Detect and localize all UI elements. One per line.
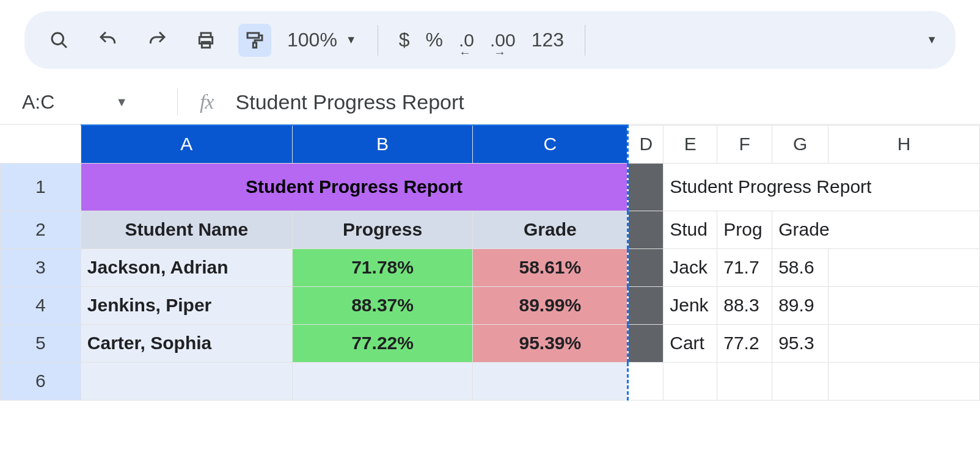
formula-input[interactable]: Student Progress Report: [236, 90, 958, 114]
search-icon[interactable]: [43, 24, 76, 57]
cell[interactable]: [772, 362, 828, 400]
cell[interactable]: [81, 362, 292, 400]
col-header-D[interactable]: D: [628, 125, 664, 163]
svg-rect-4: [202, 42, 210, 47]
cell[interactable]: Jenk: [664, 286, 717, 324]
col-header-F[interactable]: F: [717, 125, 772, 163]
cell[interactable]: Jack: [664, 248, 717, 286]
sheet-grid[interactable]: A B C D E F G H 1 Student Progress Repor…: [0, 125, 980, 400]
name-box-value: A:C: [22, 91, 54, 114]
svg-point-0: [52, 33, 64, 45]
row-header[interactable]: 1: [1, 163, 81, 211]
divider: [585, 25, 585, 56]
format-percent-button[interactable]: %: [425, 29, 442, 51]
col-header-E[interactable]: E: [664, 125, 717, 163]
cell[interactable]: [628, 362, 664, 400]
cell[interactable]: Stud: [664, 211, 717, 248]
divider: [378, 25, 378, 56]
cell[interactable]: 89.9: [772, 286, 828, 324]
col-header-H[interactable]: H: [828, 125, 980, 163]
cell-header-name[interactable]: Student Name: [81, 211, 292, 248]
cell[interactable]: [828, 248, 980, 286]
row-header[interactable]: 4: [1, 286, 81, 324]
cell[interactable]: [628, 286, 664, 324]
cell[interactable]: Prog: [717, 211, 772, 248]
row-header[interactable]: 2: [1, 211, 81, 248]
name-box[interactable]: A:C ▼: [22, 91, 163, 114]
cell-progress[interactable]: 77.22%: [292, 324, 473, 362]
chevron-down-icon: ▼: [346, 34, 357, 46]
formula-bar-row: A:C ▼ fx Student Progress Report: [0, 82, 980, 125]
divider: [177, 89, 178, 115]
more-formats-button[interactable]: 123: [532, 29, 564, 51]
cell[interactable]: [628, 248, 664, 286]
row-header[interactable]: 6: [1, 362, 81, 400]
format-currency-button[interactable]: $: [399, 29, 410, 51]
cell[interactable]: [292, 362, 473, 400]
cell[interactable]: Cart: [664, 324, 717, 362]
cell[interactable]: 58.6: [772, 248, 828, 286]
cell[interactable]: [828, 286, 980, 324]
redo-icon[interactable]: [141, 24, 174, 57]
cell-name[interactable]: Carter, Sophia: [81, 324, 292, 362]
cell[interactable]: 88.3: [717, 286, 772, 324]
cell[interactable]: [473, 362, 628, 400]
increase-decimal-button[interactable]: .00 →: [490, 30, 516, 51]
svg-rect-5: [247, 33, 259, 38]
cell[interactable]: [628, 211, 664, 248]
decrease-decimal-button[interactable]: .0 ←: [459, 30, 474, 51]
col-header-A[interactable]: A: [81, 125, 292, 163]
svg-rect-6: [253, 43, 256, 48]
cell[interactable]: 71.7: [717, 248, 772, 286]
cell[interactable]: [664, 362, 717, 400]
paint-format-icon[interactable]: [238, 24, 271, 57]
col-header-B[interactable]: B: [292, 125, 473, 163]
cell[interactable]: 77.2: [717, 324, 772, 362]
toolbar: 100% ▼ $ % .0 ← .00 → 123 ▼: [24, 11, 956, 69]
cell-progress[interactable]: 71.78%: [292, 248, 473, 286]
zoom-value: 100%: [287, 29, 337, 51]
undo-icon[interactable]: [92, 24, 125, 57]
cell-name[interactable]: Jackson, Adrian: [81, 248, 292, 286]
col-header-C[interactable]: C: [473, 125, 628, 163]
cell[interactable]: [828, 362, 980, 400]
cell-title[interactable]: Student Progress Report: [81, 163, 627, 211]
select-all-corner[interactable]: [1, 125, 81, 163]
row-header[interactable]: 3: [1, 248, 81, 286]
cell-grade[interactable]: 89.99%: [473, 286, 628, 324]
cell-grade[interactable]: 95.39%: [473, 324, 628, 362]
cell-header-progress[interactable]: Progress: [292, 211, 473, 248]
print-icon[interactable]: [189, 24, 222, 57]
cell-progress[interactable]: 88.37%: [292, 286, 473, 324]
fx-icon: fx: [192, 90, 221, 114]
cell-grade[interactable]: 58.61%: [473, 248, 628, 286]
chevron-down-icon: ▼: [115, 95, 128, 109]
row-header[interactable]: 5: [1, 324, 81, 362]
cell[interactable]: [628, 163, 664, 211]
cell[interactable]: [717, 362, 772, 400]
toolbar-overflow-icon[interactable]: ▼: [926, 34, 937, 46]
cell[interactable]: Student Progress Report: [664, 163, 980, 211]
col-header-G[interactable]: G: [772, 125, 828, 163]
cell[interactable]: [828, 324, 980, 362]
svg-line-1: [62, 43, 67, 48]
cell-name[interactable]: Jenkins, Piper: [81, 286, 292, 324]
cell[interactable]: [628, 324, 664, 362]
zoom-dropdown[interactable]: 100% ▼: [287, 29, 357, 51]
cell-header-grade[interactable]: Grade: [473, 211, 628, 248]
cell[interactable]: 95.3: [772, 324, 828, 362]
cell[interactable]: Grade: [772, 211, 980, 248]
